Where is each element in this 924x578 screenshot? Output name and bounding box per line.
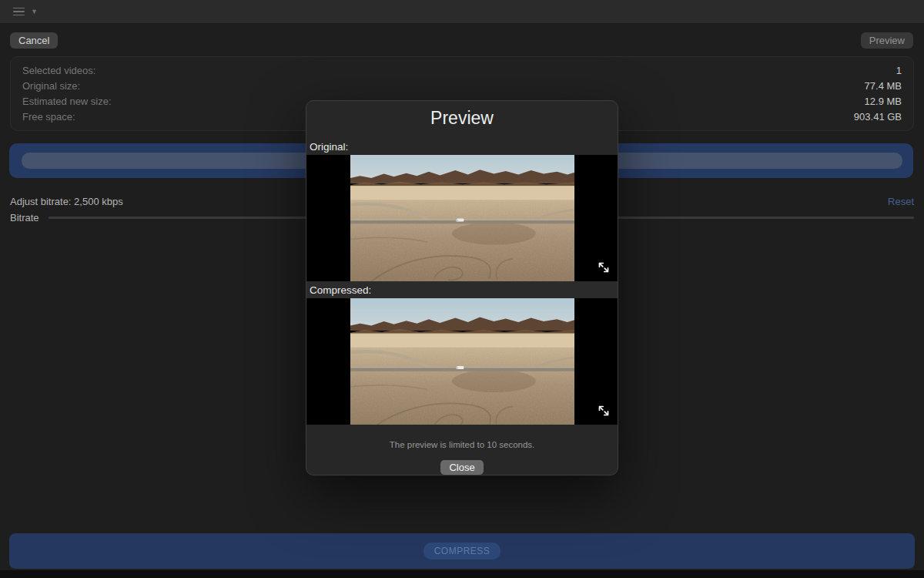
close-button[interactable]: Close xyxy=(440,460,483,475)
info-label: Free space: xyxy=(22,111,75,123)
info-label: Original size: xyxy=(22,80,80,92)
preview-button[interactable]: Preview xyxy=(861,32,913,49)
footer-bar: COMPRESS xyxy=(9,533,915,569)
titlebar: ▼ xyxy=(0,0,924,23)
adjust-bitrate-label: Adjust bitrate: 2,500 kbps xyxy=(10,196,123,207)
bottom-strip xyxy=(0,570,924,578)
info-value: 77.4 MB xyxy=(865,80,902,92)
info-label: Selected videos: xyxy=(22,65,95,76)
original-label: Original: xyxy=(306,139,618,155)
info-value: 1 xyxy=(896,65,902,76)
chevron-down-icon[interactable]: ▼ xyxy=(31,8,38,15)
compressed-video-frame xyxy=(350,298,574,425)
expand-compressed-icon[interactable] xyxy=(598,405,610,417)
compressed-video-preview[interactable] xyxy=(306,298,618,425)
compressed-label: Compressed: xyxy=(306,284,371,296)
info-row-original-size: Original size: 77.4 MB xyxy=(22,80,902,92)
original-video-frame xyxy=(350,155,574,281)
compress-button[interactable]: COMPRESS xyxy=(424,543,501,560)
cancel-button[interactable]: Cancel xyxy=(10,32,58,49)
bitrate-slider-label: Bitrate xyxy=(10,212,39,223)
compressed-strip: Compressed: xyxy=(306,281,618,298)
app-window: ▼ Cancel Preview Selected videos: 1 Orig… xyxy=(0,0,924,578)
reset-link[interactable]: Reset xyxy=(888,196,914,207)
preview-limit-note: The preview is limited to 10 seconds. xyxy=(306,440,618,449)
info-row-selected-videos: Selected videos: 1 xyxy=(22,65,902,76)
modal-title: Preview xyxy=(306,108,618,129)
preview-modal: Preview Original: Compressed: The previe… xyxy=(306,100,618,476)
info-label: Estimated new size: xyxy=(22,96,112,107)
expand-original-icon[interactable] xyxy=(598,261,610,274)
info-value: 903.41 GB xyxy=(854,111,902,123)
hamburger-menu-icon[interactable] xyxy=(13,8,25,16)
info-value: 12.9 MB xyxy=(865,96,902,107)
original-video-preview[interactable] xyxy=(306,155,618,281)
